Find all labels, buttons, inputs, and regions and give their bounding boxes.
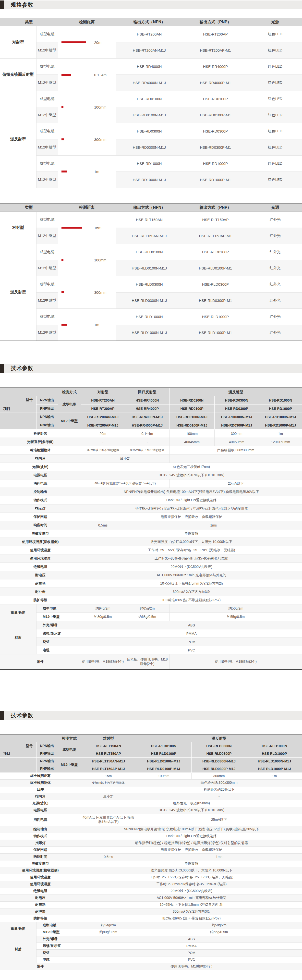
tech-row-label: 保护回路: [0, 846, 81, 853]
tech-row-label: 动作模式: [0, 833, 81, 840]
spec-cable-cell: 成型电缆: [36, 123, 58, 139]
spec-cable-cell: 成型电缆: [36, 309, 58, 325]
tech-value-cell: 100mm: [170, 430, 214, 438]
tech-model-cell: HSE-RLD0300N: [191, 742, 246, 750]
spec-cable-cell: M12中继型: [36, 75, 58, 91]
tech-sub-label: 电缆: [36, 956, 81, 963]
tech-value-row: 透镜/显示窗PMMA: [0, 629, 302, 638]
tech-row-label: 标准检测距离: [0, 773, 81, 780]
spec-model-pnp: HSE-RD0100P: [183, 91, 248, 107]
tech-value-cell: 20m: [81, 430, 125, 438]
spec-cable-cell: M12中继型: [36, 42, 58, 59]
tech-value-row: 旋钮POM: [0, 638, 302, 646]
tech-value-cell: 40×50mm: [214, 438, 259, 446]
tech-model-cell: HSE-RLT150AN: [81, 742, 136, 750]
spec-light-cell: 红外光: [248, 228, 302, 244]
spec-light-cell: 红色LED: [248, 42, 302, 59]
section-header-tech-1: 技术参数: [0, 364, 302, 373]
tech-value-cell: IEC标准IP65 (注:不带旋钮款默认IP67): [81, 596, 302, 605]
spec-distance-cell: 300mm: [58, 276, 116, 309]
spec-cable-cell: 成型电缆: [36, 244, 58, 260]
spec-model-npn: HSE-RR4000N: [116, 59, 183, 75]
detection-method-label: 检测方式: [58, 388, 81, 396]
tech-model-cell: HSE-RD0300N: [214, 396, 259, 404]
spec-model-pnp: HSE-RR4000P: [183, 59, 248, 75]
spec-light-cell: 红外光: [248, 276, 302, 292]
spec-model-npn: HSE-RD1000N-M1J: [116, 172, 183, 188]
distance-red-bar: [62, 138, 64, 140]
spec-model-pnp: HSE-RD1000P-M1: [183, 172, 248, 188]
tech-value-cell: 约55g/0.5m: [136, 929, 302, 935]
tech-model-cell: HSE-RD1000P: [259, 404, 302, 413]
tech-row-label: 灵敏度调节: [0, 860, 81, 867]
spec-distance-cell: 1m: [58, 309, 116, 341]
tech-row-label: 指向角: [0, 793, 81, 800]
tech-value-cell: 300mm: [191, 773, 246, 780]
tech-value-row: 耐电压AC1,000V 50/60Hz 1min 充电部整体与外壳间: [0, 571, 302, 579]
tech-sub-label: 电缆: [36, 646, 81, 654]
tech-value-cell: 检测距离的20%以下: [136, 786, 302, 793]
tech-model-cell: HSE-RD1000N: [259, 396, 302, 404]
spec-cable-cell: M12中继型: [36, 107, 58, 123]
spec-model-pnp: HSE-RLD0300P: [183, 276, 248, 292]
tech-value-cell: 300mm: [214, 430, 259, 438]
detection-method-label: 检测方式: [58, 735, 81, 742]
tech-value-cell: NPN/PNP(集电极开路输出) 负载电流100mA以下(残留电压3V以下),负…: [81, 488, 302, 496]
tech-value-cell: ABS: [81, 935, 302, 942]
spec-table-infrared: 类型检测距离输出方式（NPN）输出方式（PNP）光源对射型成型电缆15mHSE-…: [0, 203, 302, 341]
tech-header-row: 检测方式对射型回归反射型漫反射型: [0, 388, 302, 396]
spec-light-cell: 红色LED: [248, 107, 302, 123]
spec-row: M12中继型HSE-RT200AN-M1JHSE-RT200AP-M1红色LED: [0, 42, 302, 59]
col-header-npn: 输出方式（NPN）: [116, 18, 183, 26]
tech-value-cell: 约55g/0.5m: [170, 613, 302, 621]
spec-cable-cell: 成型电缆: [36, 26, 58, 42]
spec-model-npn: HSE-RD0300N-M1J: [116, 139, 183, 156]
tech-value-cell: 10~55Hz 上下振幅1.5mm X/Y/Z各方向 2h: [81, 901, 302, 908]
tech-value-cell: -: [136, 793, 302, 800]
tech-value-cell: 20MΩ以上(DC500V兆欧表): [81, 563, 302, 571]
tech-value-row: 灵敏度调节单圈旋钮: [0, 860, 302, 867]
tech-value-row: 使用环境湿度工作时35~85%RH/保存时:各35~95%RH(无结露): [0, 554, 302, 563]
tech-value-cell: 40mA以下(发射器25mA以下,接收器15mA以下): [81, 479, 170, 488]
spec-cable-cell: 成型电缆: [36, 156, 58, 172]
tech-value-row: 使用环境温度工作时−25~+55℃/保存时:各−25~+70℃(无结冰、无结露): [0, 546, 302, 554]
tech-value-cell: 约68g/0.5m: [125, 613, 170, 621]
tech-row-label: 耐电压: [0, 894, 81, 901]
tech-value-row: 使用环境温度工作时−25~+55℃/保存时:各−25~+70℃(结冰、无结露): [0, 874, 302, 881]
distance-label: 1m: [94, 170, 99, 174]
tech-value-cell: -: [170, 455, 302, 463]
distance-label: 15m: [94, 226, 102, 230]
spec-type-cell: 偏振光镜面反射型: [0, 59, 36, 91]
tech-value-cell: Φ7mm以上的不透明物体: [81, 780, 136, 786]
tech-value-row: 指示灯动作指示灯(橙色) / 稳定指示灯(绿色) / 电源指示灯(绿色):仅对射…: [0, 840, 302, 846]
spec-model-pnp: HSE-RLT150AP-M1: [183, 228, 248, 244]
spec-row: M12中继型HSE-RLT150AN-M1JHSE-RLT150AP-M1红外光: [0, 228, 302, 244]
tech-row-label: 光源(波长): [0, 800, 81, 807]
tech-value-cell: 20MΩ以上(DC500V兆欧表): [81, 888, 302, 894]
tech-sub-label: 成型电缆: [36, 922, 81, 929]
corner-blank: [0, 388, 58, 396]
tech-value-row: 耐震动10~55Hz 上下振幅1.5mm X/Y/Z各方向2h: [0, 579, 302, 588]
tech-value-row: 指向角最小2°-: [0, 793, 302, 800]
col-header-distance: 检测距离: [58, 18, 116, 26]
spec-row: 对射型成型电缆20mHSE-RT200ANHSE-RT200AP红色LED: [0, 26, 302, 42]
tech-model-cell: HSE-RR4000P: [125, 404, 170, 413]
spec-light-cell: 红外光: [248, 292, 302, 309]
tech-model-cell: HSE-RD1000P-M1J: [259, 421, 302, 430]
tech-value-cell: 使用说明书、M18螺母(2个): [170, 654, 302, 670]
tech-row-label: 耐冲击: [0, 908, 81, 915]
tech-row-label: 使用环境湿度: [0, 881, 81, 888]
tech-row-label: 控制输出: [0, 488, 81, 496]
tech-value-cell: 使用说明书、M18螺母(4个): [81, 654, 125, 670]
spec-model-pnp: HSE-RD0100P-M1: [183, 107, 248, 123]
tech-value-row: 绝缘电阻20MΩ以上(DC500V兆欧表): [0, 888, 302, 894]
tech-value-cell: 电源逆接保护、浪涌吸收、负载短路保护: [81, 513, 302, 521]
tech-value-cell: 1m: [246, 773, 302, 780]
tech-row-label: 灵敏度调节: [0, 530, 81, 538]
tech-row-label: 检测距离: [0, 430, 81, 438]
spec-row: 偏振光镜面反射型成型电缆0.1~4mHSE-RR4000NHSE-RR4000P…: [0, 59, 302, 75]
tech-value-cell: 白色绘画纸:300x300mm: [136, 780, 302, 786]
tech-row-label: 指示灯: [0, 504, 81, 513]
tech-model-cell: HSE-RLD1000P: [246, 750, 302, 757]
tech-row-label: 防护等级: [0, 915, 81, 922]
